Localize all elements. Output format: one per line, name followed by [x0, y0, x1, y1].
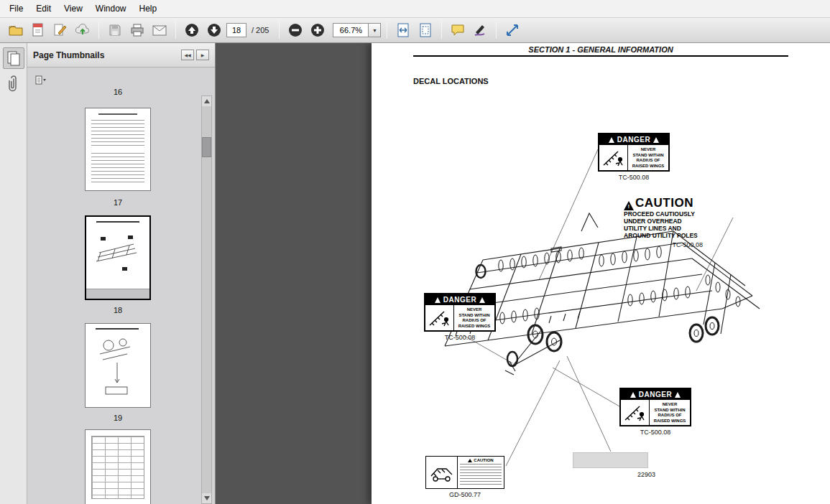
- caution-line: PROCEED CAUTIOUSLY: [624, 210, 703, 218]
- zoom-in-button[interactable]: [308, 21, 328, 39]
- caution-title-row: CAUTION: [624, 196, 703, 210]
- caution-decal-small: CAUTION: [425, 456, 504, 489]
- scroll-up-button[interactable]: [202, 96, 211, 106]
- body-area: Page Thumbnails ◀◀ ▶ 16 17: [0, 43, 830, 504]
- thumbnail-content: [91, 153, 144, 185]
- document-page: SECTION 1 - GENERAL INFORMATION DECAL LO…: [372, 43, 830, 504]
- edit-button[interactable]: [50, 21, 70, 39]
- thumbnail-page-19[interactable]: [85, 323, 151, 408]
- toolbar-separator: [98, 22, 99, 39]
- fit-width-button[interactable]: [393, 21, 413, 39]
- toolbar-separator: [496, 22, 497, 39]
- sign-button[interactable]: [470, 21, 490, 39]
- scrollbar-thumb[interactable]: [202, 137, 211, 157]
- decal-code: TC-500.08: [619, 429, 691, 436]
- fullscreen-button[interactable]: [502, 21, 522, 39]
- thumbnails-scrollbar[interactable]: [201, 95, 212, 504]
- warning-triangle-icon: [624, 201, 634, 210]
- danger-title: DANGER: [639, 391, 672, 398]
- current-view-indicator: [86, 289, 149, 299]
- thumbnail-content: [86, 324, 149, 406]
- email-button[interactable]: [149, 21, 170, 39]
- triangle-up-icon: [204, 99, 210, 103]
- page-thumbnails-icon: [6, 50, 21, 66]
- next-page-button[interactable]: [204, 21, 224, 39]
- danger-line: RADIUS OF: [454, 318, 494, 324]
- expand-arrows-icon: [505, 23, 520, 37]
- page-thumbnails-panel-button[interactable]: [3, 47, 24, 69]
- danger-line: STAND WITHIN: [454, 313, 494, 319]
- attachments-panel-button[interactable]: [3, 73, 24, 95]
- danger-line: STAND WITHIN: [628, 153, 668, 159]
- scroll-down-button[interactable]: [202, 493, 211, 503]
- thumbnails-sidebar: Page Thumbnails ◀◀ ▶ 16 17: [27, 43, 216, 504]
- save-button[interactable]: [105, 21, 125, 39]
- thumbnail-content: [98, 113, 137, 115]
- part-number-label: 22903: [587, 471, 655, 478]
- danger-decal-left: DANGER NEVER STAND WITHIN RADIUS OF RAIS…: [424, 293, 496, 332]
- toolbar-separator: [279, 22, 280, 39]
- main-toolbar: / 205 66.7% ▼: [0, 18, 830, 43]
- danger-title: DANGER: [443, 296, 476, 304]
- menu-window[interactable]: Window: [89, 1, 133, 17]
- thumbnail-page-18[interactable]: [85, 215, 151, 300]
- danger-line: RADIUS OF: [650, 413, 690, 419]
- danger-decal-text: NEVER STAND WITHIN RADIUS OF RAISED WING…: [454, 305, 494, 330]
- caution-decal-body: CAUTION: [458, 457, 504, 488]
- signature-pen-icon: [473, 23, 487, 37]
- thumbnail-options-icon: [35, 75, 47, 85]
- zoom-out-button[interactable]: [285, 21, 305, 39]
- menu-edit[interactable]: Edit: [29, 1, 57, 17]
- caution-line: UTILITY LINES AND: [624, 225, 703, 232]
- danger-line: RAISED WINGS: [628, 164, 668, 169]
- menu-bar: File Edit View Window Help: [0, 0, 830, 18]
- danger-line: NEVER: [650, 402, 690, 408]
- danger-title: DANGER: [617, 136, 650, 144]
- thumbnail-content: [91, 436, 144, 499]
- zoom-level-select[interactable]: 66.7% ▼: [333, 23, 381, 37]
- fit-width-icon: [397, 23, 410, 37]
- thumbnail-content: [91, 120, 144, 149]
- paperclip-icon: [8, 75, 19, 93]
- thumbnail-page-17[interactable]: [85, 108, 151, 191]
- menu-file[interactable]: File: [3, 1, 29, 17]
- chevron-down-icon[interactable]: ▼: [369, 23, 381, 37]
- thumbnail-options-button[interactable]: [34, 73, 56, 88]
- thumbnail-label-overflow: 16: [85, 88, 151, 96]
- page-number-input[interactable]: [226, 23, 246, 37]
- warning-triangle-icon: [653, 137, 659, 143]
- thumbnail-content: [86, 217, 149, 289]
- menu-help[interactable]: Help: [133, 1, 164, 17]
- print-button[interactable]: [127, 21, 147, 39]
- zoom-in-icon: [310, 23, 325, 37]
- zoom-level-value: 66.7%: [333, 23, 369, 37]
- zoom-out-icon: [288, 23, 303, 37]
- create-pdf-button[interactable]: [28, 21, 48, 39]
- comment-button[interactable]: [448, 21, 468, 39]
- danger-decal-header: DANGER: [425, 294, 494, 305]
- caution-line: UNDER OVERHEAD: [624, 218, 703, 225]
- open-button[interactable]: [6, 21, 26, 39]
- toolbar-separator: [175, 22, 176, 39]
- caution-title: CAUTION: [635, 196, 693, 210]
- fit-window-button[interactable]: [415, 21, 435, 39]
- thumbnail-page-20[interactable]: [85, 429, 151, 504]
- share-button[interactable]: [73, 21, 93, 39]
- menu-view[interactable]: View: [57, 1, 89, 17]
- panel-back-button[interactable]: ◀◀: [181, 50, 194, 60]
- cloud-upload-icon: [75, 24, 91, 37]
- danger-decal-header: DANGER: [599, 134, 668, 145]
- danger-line: RAISED WINGS: [650, 419, 690, 424]
- caution-block: CAUTION PROCEED CAUTIOUSLY UNDER OVERHEA…: [624, 196, 703, 248]
- machine-illustration: [372, 43, 830, 504]
- decal-code: GD-500.77: [425, 491, 504, 498]
- panel-forward-button[interactable]: ▶: [196, 50, 209, 60]
- warning-triangle-icon: [468, 459, 472, 462]
- create-pdf-icon: [32, 23, 45, 37]
- previous-page-button[interactable]: [182, 21, 202, 39]
- thumbnail-label: 18: [85, 306, 151, 314]
- caution-decal-fine-print: [460, 464, 502, 485]
- document-view[interactable]: SECTION 1 - GENERAL INFORMATION DECAL LO…: [216, 43, 830, 504]
- page-down-icon: [207, 23, 221, 37]
- save-disk-icon: [109, 24, 121, 37]
